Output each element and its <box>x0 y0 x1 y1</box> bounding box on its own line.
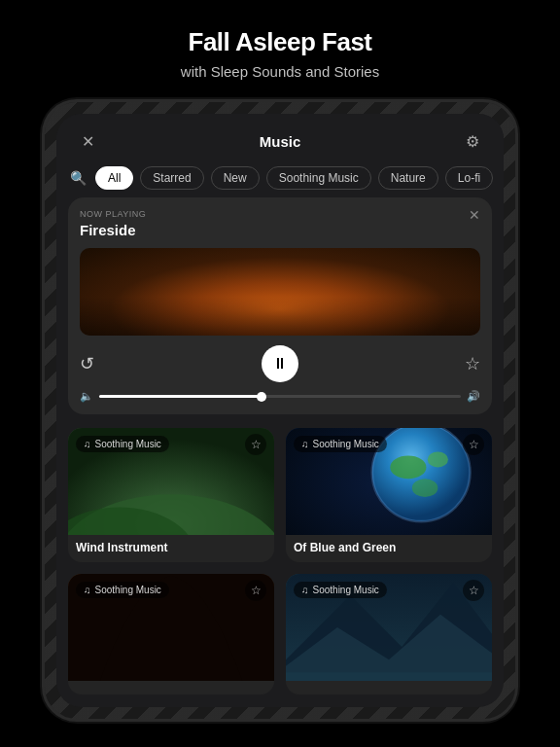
playback-controls: ↺ ⏸ ☆ <box>80 345 480 382</box>
close-icon[interactable]: ✕ <box>74 127 101 155</box>
cave-badge: ♫ Soothing Music <box>76 582 169 598</box>
of-blue-green-badge: ♫ Soothing Music <box>294 436 387 452</box>
wind-instrument-badge: ♫ Soothing Music <box>76 436 169 452</box>
filter-pill-soothing[interactable]: Soothing Music <box>266 166 371 190</box>
now-playing-title: Fireside <box>80 222 480 238</box>
now-playing-label: NOW PLAYING <box>80 209 480 219</box>
svg-point-5 <box>390 456 426 480</box>
of-blue-green-star[interactable]: ☆ <box>463 434 484 455</box>
fireside-image <box>80 248 480 336</box>
progress-thumb <box>257 392 266 402</box>
filter-pill-lofi[interactable]: Lo-fi <box>445 166 493 190</box>
wind-instrument-star[interactable]: ☆ <box>245 434 266 455</box>
filter-pill-new[interactable]: New <box>211 166 260 190</box>
now-playing-close-icon[interactable]: ✕ <box>469 207 480 223</box>
music-grid: ♫ Soothing Music ☆ Wind Instrument <box>68 428 492 694</box>
filter-pill-nature[interactable]: Nature <box>378 166 438 190</box>
progress-fill <box>99 395 262 398</box>
pause-button[interactable]: ⏸ <box>262 345 298 382</box>
svg-point-7 <box>412 479 438 497</box>
svg-rect-14 <box>286 672 492 681</box>
of-blue-green-label: Of Blue and Green <box>286 535 492 562</box>
music-card-mountain[interactable]: ♫ Soothing Music ☆ <box>286 574 492 694</box>
page-title: Fall Asleep Fast <box>189 27 372 57</box>
search-icon[interactable]: 🔍 <box>70 170 87 186</box>
mountain-label <box>286 681 492 694</box>
page-subtitle: with Sleep Sounds and Stories <box>181 63 379 80</box>
music-note-icon-2: ♫ <box>301 439 309 449</box>
progress-track[interactable] <box>99 395 461 398</box>
music-card-cave[interactable]: ♫ Soothing Music ☆ <box>68 574 274 694</box>
mountain-star[interactable]: ☆ <box>463 580 484 601</box>
cave-label <box>68 681 274 694</box>
loop-icon[interactable]: ↺ <box>80 353 94 374</box>
mountain-badge: ♫ Soothing Music <box>294 582 387 598</box>
music-note-icon-4: ♫ <box>301 585 309 595</box>
now-playing-card: NOW PLAYING Fireside ✕ ↺ ⏸ ☆ 🔈 <box>68 197 492 414</box>
music-card-of-blue-and-green[interactable]: ♫ Soothing Music ☆ Of Blue and Green <box>286 428 492 562</box>
top-bar: ✕ Music ⚙ <box>56 114 504 162</box>
scroll-area[interactable]: NOW PLAYING Fireside ✕ ↺ ⏸ ☆ 🔈 <box>56 197 504 707</box>
music-card-wind-instrument[interactable]: ♫ Soothing Music ☆ Wind Instrument <box>68 428 274 562</box>
screen-title: Music <box>260 133 301 150</box>
music-note-icon-3: ♫ <box>84 585 91 595</box>
screen: ✕ Music ⚙ 🔍 All Starred New Soothing Mus… <box>56 114 504 707</box>
music-note-icon: ♫ <box>84 439 91 449</box>
progress-bar-row: 🔈 🔊 <box>80 390 480 403</box>
settings-icon[interactable]: ⚙ <box>459 127 486 155</box>
volume-low-icon: 🔈 <box>80 390 93 403</box>
filter-pill-starred[interactable]: Starred <box>140 166 203 190</box>
star-icon[interactable]: ☆ <box>465 353 480 374</box>
filter-row: 🔍 All Starred New Soothing Music Nature … <box>56 162 504 197</box>
volume-high-icon: 🔊 <box>467 390 480 403</box>
device-frame: ✕ Music ⚙ 🔍 All Starred New Soothing Mus… <box>42 99 518 722</box>
filter-pill-all[interactable]: All <box>95 166 133 190</box>
wind-instrument-label: Wind Instrument <box>68 535 274 562</box>
cave-star[interactable]: ☆ <box>245 580 266 601</box>
svg-point-6 <box>428 452 448 468</box>
